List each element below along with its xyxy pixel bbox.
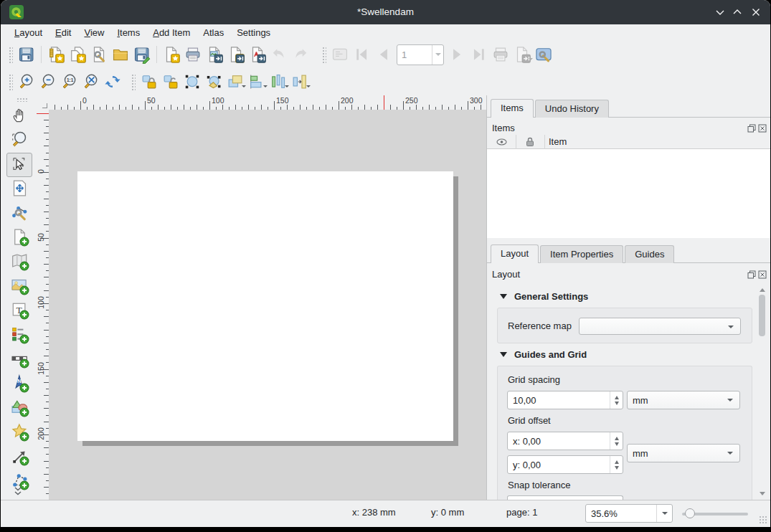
menu-layout[interactable]: Layout	[8, 26, 49, 39]
grid-spacing-input[interactable]: 10,00	[507, 391, 623, 409]
show-more-tools-button[interactable]	[11, 486, 25, 500]
lock-column-lock-icon[interactable]	[516, 135, 545, 149]
toolbar-grip[interactable]	[321, 46, 326, 63]
export-as-svg-button[interactable]	[225, 44, 247, 65]
add-items-from-template-icon	[162, 45, 181, 64]
refresh-view-button[interactable]	[102, 71, 123, 92]
layout-canvas[interactable]	[49, 110, 486, 500]
pan-layout-tool-button[interactable]	[6, 104, 32, 128]
menu-settings[interactable]: Settings	[230, 26, 277, 39]
float-panel-icon[interactable]	[747, 123, 756, 131]
visibility-column-eye-icon[interactable]	[487, 135, 516, 149]
add-legend-tool-button[interactable]	[6, 323, 32, 348]
add-items-from-template-button[interactable]	[161, 44, 182, 65]
toolbar-grip[interactable]	[16, 97, 27, 102]
toolbar-grip[interactable]	[131, 73, 136, 90]
grid-offset-unit-dropdown[interactable]: mm	[627, 444, 740, 462]
layout-manager-button[interactable]	[88, 44, 110, 65]
menu-atlas[interactable]: Atlas	[197, 26, 230, 39]
window-resize-grip[interactable]	[759, 516, 767, 524]
atlas-settings-button[interactable]	[533, 44, 554, 65]
move-item-content-tool-button[interactable]	[6, 177, 32, 201]
toolbar-grip[interactable]	[8, 73, 13, 90]
lock-selected-items-button[interactable]	[138, 71, 160, 92]
add-new-page-tool-button[interactable]	[6, 226, 32, 250]
ruler-cursor-marker-vertical	[37, 113, 49, 114]
align-selected-items-button[interactable]	[246, 71, 268, 92]
general-settings-section-header[interactable]: General Settings	[500, 290, 588, 303]
menu-edit[interactable]: Edit	[49, 26, 77, 39]
save-as-template-button[interactable]	[131, 44, 153, 65]
menu-view[interactable]: View	[77, 26, 110, 39]
zoom-slider-handle[interactable]	[685, 508, 695, 518]
raise-selected-items-button[interactable]	[224, 71, 246, 92]
add-picture-tool-button[interactable]	[6, 275, 32, 299]
scroll-down-button[interactable]	[757, 490, 767, 500]
vertical-ruler[interactable]: 050100150200	[37, 110, 49, 500]
resize-items-button[interactable]	[289, 71, 311, 92]
items-list[interactable]	[487, 149, 770, 238]
close-panel-icon[interactable]	[758, 123, 767, 131]
zoom-dropdown-arrow[interactable]	[656, 505, 672, 522]
ungroup-items-button[interactable]	[203, 71, 224, 92]
float-panel-icon[interactable]	[747, 269, 756, 277]
select-move-item-tool-button[interactable]	[6, 153, 32, 177]
guides-and-grid-section-header[interactable]: Guides and Grid	[500, 348, 587, 361]
minimize-button[interactable]	[714, 6, 726, 18]
add-map-tool-button[interactable]	[6, 250, 32, 275]
new-layout-button[interactable]	[45, 44, 67, 65]
spinner-buttons[interactable]	[610, 456, 623, 473]
tab-item-properties[interactable]: Item Properties	[540, 245, 623, 263]
zoom-tool-tool-button[interactable]	[6, 128, 32, 153]
duplicate-layout-button[interactable]	[67, 44, 88, 65]
group-items-button[interactable]	[181, 71, 203, 92]
add-north-arrow-tool-button[interactable]: N	[6, 372, 32, 396]
export-as-pdf-button[interactable]	[247, 44, 268, 65]
zoom-slider[interactable]	[682, 510, 748, 516]
grid-spacing-unit-dropdown[interactable]: mm	[627, 391, 740, 409]
layout-page[interactable]	[77, 171, 453, 441]
grid-offset-x-input[interactable]: x: 0,00	[507, 432, 623, 450]
print-layout-button[interactable]	[182, 44, 204, 65]
close-panel-icon[interactable]	[758, 269, 767, 277]
spinner-buttons[interactable]	[610, 432, 623, 450]
title-bar[interactable]: *Swellendam	[1, 0, 770, 24]
add-label-tool-button[interactable]: T	[6, 299, 32, 323]
layout-panel-scrollbar[interactable]	[757, 283, 767, 500]
maximize-button[interactable]	[732, 6, 743, 18]
edit-nodes-item-tool-button[interactable]	[6, 201, 32, 226]
status-bar: x: 238 mm y: 0 mm page: 1	[1, 500, 770, 527]
toolbar-grip[interactable]	[8, 46, 13, 63]
raise-selected-items-icon	[226, 72, 245, 91]
reference-map-dropdown[interactable]	[579, 318, 741, 335]
zoom-full-extent-button[interactable]	[80, 71, 102, 92]
unlock-all-items-button[interactable]	[160, 71, 181, 92]
atlas-feature-dropdown-arrow	[432, 45, 443, 65]
scroll-up-button[interactable]	[757, 283, 767, 293]
horizontal-ruler[interactable]: 050100150200250300	[49, 95, 486, 110]
zoom-in-button[interactable]	[16, 71, 37, 92]
tab-undo-history[interactable]: Undo History	[535, 100, 609, 118]
add-marker-tool-button[interactable]	[6, 421, 32, 445]
add-shape-tool-button[interactable]	[6, 396, 32, 421]
tab-items[interactable]: Items	[491, 99, 534, 118]
layout-panel-title: Layout	[492, 269, 520, 280]
add-scale-bar-tool-button[interactable]	[6, 348, 32, 372]
scrollbar-thumb[interactable]	[759, 295, 765, 336]
zoom-actual-size-button[interactable]: 1:1	[59, 71, 80, 92]
close-button[interactable]	[750, 6, 762, 18]
export-as-image-button[interactable]	[204, 44, 225, 65]
tab-guides[interactable]: Guides	[625, 245, 674, 263]
add-arrow-tool-button[interactable]	[6, 445, 32, 470]
open-layout-button[interactable]	[110, 44, 131, 65]
distribute-items-button[interactable]	[268, 71, 289, 92]
menu-add-item[interactable]: Add Item	[146, 26, 197, 39]
zoom-out-button[interactable]	[37, 71, 59, 92]
save-layout-button[interactable]	[16, 44, 37, 65]
tab-layout[interactable]: Layout	[491, 244, 539, 263]
preview-atlas-button	[329, 44, 351, 65]
grid-offset-y-input[interactable]: y: 0,00	[507, 455, 623, 474]
menu-items[interactable]: Items	[110, 26, 146, 39]
spinner-buttons[interactable]	[610, 391, 623, 409]
zoom-level-input[interactable]	[586, 505, 656, 522]
